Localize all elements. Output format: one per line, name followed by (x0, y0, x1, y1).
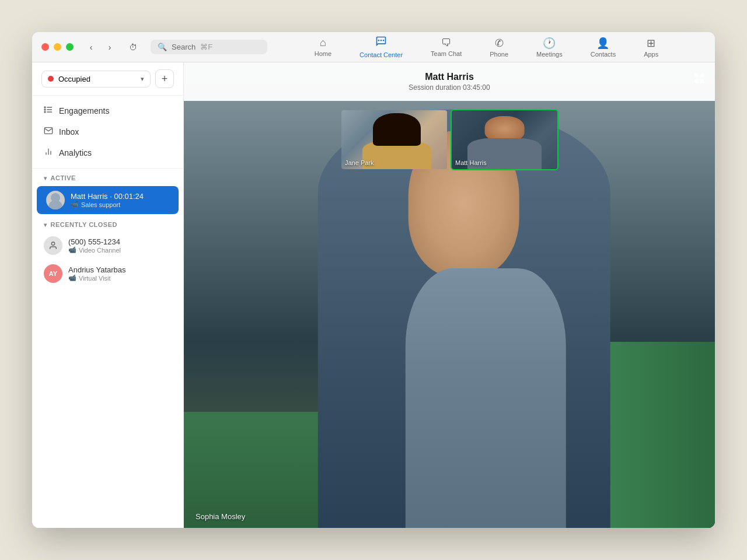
svg-point-7 (44, 109, 46, 110)
svg-point-6 (44, 107, 46, 108)
sidebar-navigation: Engagements Inbox (32, 96, 183, 169)
recently-closed-section-header: ▾ RECENTLY CLOSED (32, 215, 183, 232)
apps-icon: ⊞ (647, 37, 655, 50)
active-item-name: Matt Harris · 00:01:24 (71, 192, 169, 201)
status-label: Occupied (58, 75, 136, 83)
recently-closed-label: RECENTLY CLOSED (51, 221, 117, 228)
nav-buttons: ‹ › (83, 39, 118, 55)
search-icon: 🔍 (158, 43, 167, 51)
search-shortcut: ⌘F (200, 43, 212, 51)
active-section-header: ▾ ACTIVE (32, 169, 183, 185)
sidebar-item-engagements[interactable]: Engagements (32, 100, 183, 121)
nav-item-home[interactable]: ⌂ Home (310, 34, 336, 60)
sidebar-item-analytics[interactable]: Analytics (32, 142, 183, 163)
avatar (44, 236, 62, 255)
nav-item-team-chat[interactable]: 🗨 Team Chat (426, 34, 466, 60)
engagements-label: Engagements (59, 106, 109, 116)
engagements-icon (44, 105, 53, 117)
status-dot (48, 76, 54, 82)
svg-rect-16 (700, 74, 704, 77)
sidebar-scroll: Engagements Inbox (32, 96, 183, 528)
svg-rect-17 (694, 79, 698, 83)
top-navigation: ⌂ Home Contact Center 🗨 Team Chat (267, 33, 706, 61)
sidebar-item-inbox[interactable]: Inbox (32, 121, 183, 142)
closed-item-andrius[interactable]: AY Andrius Yatarbas 📹 Virtual Visit (32, 260, 183, 288)
app-window: ‹ › ⏱ 🔍 Search ⌘F ⌂ Home (32, 32, 715, 528)
video-header: Matt Harris Session duration 03:45:00 (184, 62, 715, 101)
search-bar[interactable]: 🔍 Search ⌘F (151, 40, 267, 54)
svg-point-1 (378, 40, 380, 41)
nav-label-team-chat: Team Chat (431, 50, 462, 57)
svg-point-0 (381, 40, 382, 41)
person-silhouette (318, 109, 610, 528)
add-button[interactable]: + (155, 69, 174, 88)
traffic-lights (41, 43, 74, 51)
matt-harris-label: Matt Harris (455, 159, 487, 166)
closed-item-phone[interactable]: (500) 555-1234 📹 Video Channel (32, 232, 183, 260)
sidebar-header: Occupied ▾ + (32, 62, 183, 96)
closed-item-sub: 📹 Virtual Visit (68, 274, 172, 282)
session-duration: Session duration 03:45:00 (193, 83, 706, 92)
person-body (406, 268, 566, 528)
caller-name: Matt Harris (193, 72, 706, 82)
nav-item-apps[interactable]: ⊞ Apps (639, 34, 663, 60)
closed-item-info: (500) 555-1234 📹 Video Channel (68, 237, 172, 254)
thumbnail-jane-park[interactable]: Jane Park (340, 109, 448, 170)
nav-item-meetings[interactable]: 🕐 Meetings (532, 34, 567, 60)
nav-item-contacts[interactable]: 👤 Contacts (586, 34, 620, 60)
jane-hair (373, 113, 420, 146)
titlebar: ‹ › ⏱ 🔍 Search ⌘F ⌂ Home (32, 32, 715, 62)
active-item-matt-harris[interactable]: Matt Harris · 00:01:24 📹 Sales support (37, 186, 179, 214)
thumbnail-matt-harris[interactable]: Matt Harris (451, 109, 558, 170)
meetings-icon: 🕐 (543, 37, 556, 50)
analytics-label: Analytics (59, 148, 92, 158)
active-chevron-icon: ▾ (44, 175, 47, 181)
closed-item-sub: 📹 Video Channel (68, 246, 172, 254)
sophia-label: Sophia Mosley (196, 512, 245, 521)
svg-point-8 (44, 111, 46, 113)
sidebar: Occupied ▾ + (32, 62, 184, 528)
active-section-label: ACTIVE (51, 174, 76, 181)
video-icon: 📹 (68, 246, 76, 254)
closed-item-info: Andrius Yatarbas 📹 Virtual Visit (68, 265, 172, 282)
svg-point-13 (48, 200, 62, 209)
nav-item-phone[interactable]: ✆ Phone (485, 34, 513, 60)
phone-icon: ✆ (495, 37, 504, 50)
history-button[interactable]: ⏱ (125, 39, 141, 55)
recently-closed-chevron-icon: ▾ (44, 222, 47, 228)
video-area: Matt Harris Session duration 03:45:00 (184, 62, 715, 528)
contacts-icon: 👤 (596, 37, 609, 50)
back-button[interactable]: ‹ (83, 39, 99, 55)
grid-view-icon[interactable] (693, 72, 706, 88)
matt-face (484, 116, 525, 141)
avatar: AY (44, 264, 62, 283)
inbox-label: Inbox (59, 127, 79, 136)
chevron-down-icon: ▾ (141, 75, 144, 83)
search-input[interactable]: Search (172, 43, 196, 51)
main-content: Occupied ▾ + (32, 62, 715, 528)
active-item-sub: 📹 Sales support (71, 201, 169, 208)
nav-label-apps: Apps (644, 51, 658, 58)
closed-item-name: Andrius Yatarbas (68, 265, 172, 274)
home-icon: ⌂ (320, 37, 326, 49)
minimize-button[interactable] (54, 43, 61, 51)
svg-point-2 (383, 40, 385, 41)
status-selector[interactable]: Occupied ▾ (41, 71, 151, 88)
analytics-icon (44, 147, 53, 159)
jane-park-label: Jane Park (345, 159, 374, 166)
thumbnail-panel: Jane Park Matt Harris (340, 109, 558, 170)
nav-label-home: Home (315, 50, 331, 57)
nav-label-contacts: Contacts (591, 51, 616, 58)
svg-rect-15 (694, 74, 698, 77)
forward-button[interactable]: › (102, 39, 118, 55)
nav-label-meetings: Meetings (536, 51, 563, 58)
video-icon: 📹 (71, 201, 79, 208)
maximize-button[interactable] (66, 43, 74, 51)
closed-item-name: (500) 555-1234 (68, 237, 172, 246)
svg-rect-18 (700, 79, 704, 83)
team-chat-icon: 🗨 (441, 37, 452, 49)
avatar (46, 191, 65, 209)
nav-item-contact-center[interactable]: Contact Center (355, 33, 407, 61)
video-icon: 📹 (68, 274, 76, 282)
close-button[interactable] (41, 43, 49, 51)
